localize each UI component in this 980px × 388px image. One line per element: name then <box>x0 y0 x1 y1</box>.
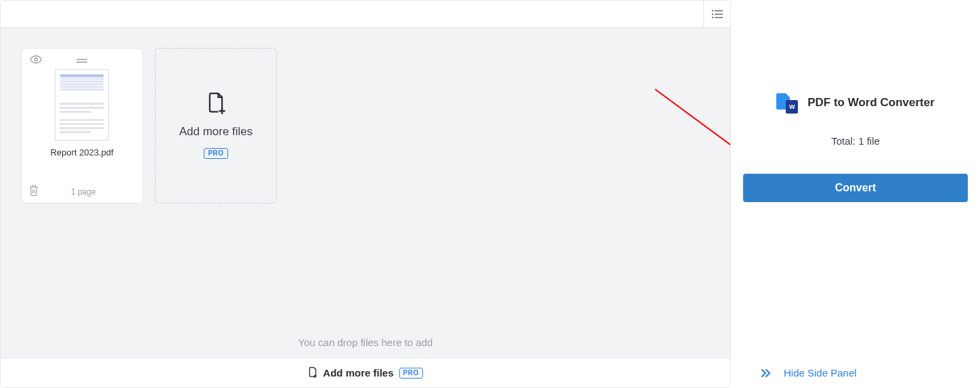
pro-badge-bottom: PRO <box>399 368 423 379</box>
list-icon <box>711 9 723 19</box>
hide-side-label: Hide Side Panel <box>784 367 857 379</box>
drop-hint: You can drop files here to add <box>1 337 730 348</box>
pro-badge: PRO <box>204 148 227 159</box>
preview-icon[interactable] <box>30 54 42 66</box>
svg-point-0 <box>712 10 713 11</box>
file-stage: Report 2023.pdf 1 page <box>1 28 730 358</box>
file-thumbnail <box>55 69 109 141</box>
add-more-card[interactable]: Add more files PRO <box>155 48 277 203</box>
chevron-right-double-icon <box>761 368 772 378</box>
side-title: PDF to Word Converter <box>807 96 935 110</box>
add-file-small-icon <box>308 367 317 379</box>
file-name: Report 2023.pdf <box>28 147 135 157</box>
pdf-word-icon: W <box>776 93 798 112</box>
add-more-label: Add more files <box>179 125 253 139</box>
list-view-button[interactable] <box>703 1 730 28</box>
svg-point-6 <box>35 58 38 62</box>
main-topbar <box>1 1 730 28</box>
total-files: Total: 1 file <box>743 135 968 147</box>
side-header: W PDF to Word Converter <box>743 93 968 112</box>
bottom-add-label: Add more files <box>323 367 393 379</box>
hide-side-panel[interactable]: Hide Side Panel <box>743 367 968 379</box>
add-file-icon <box>206 93 225 116</box>
page-count: 1 page <box>31 187 135 197</box>
convert-button[interactable]: Convert <box>743 174 968 202</box>
file-card[interactable]: Report 2023.pdf 1 page <box>21 48 143 203</box>
svg-point-2 <box>712 14 713 14</box>
bottom-add-more[interactable]: Add more files PRO <box>1 358 730 387</box>
svg-point-4 <box>712 17 713 18</box>
main-panel: Report 2023.pdf 1 page <box>0 0 731 388</box>
drag-handle-icon[interactable] <box>76 54 87 66</box>
side-panel: W PDF to Word Converter Total: 1 file Co… <box>731 0 980 388</box>
